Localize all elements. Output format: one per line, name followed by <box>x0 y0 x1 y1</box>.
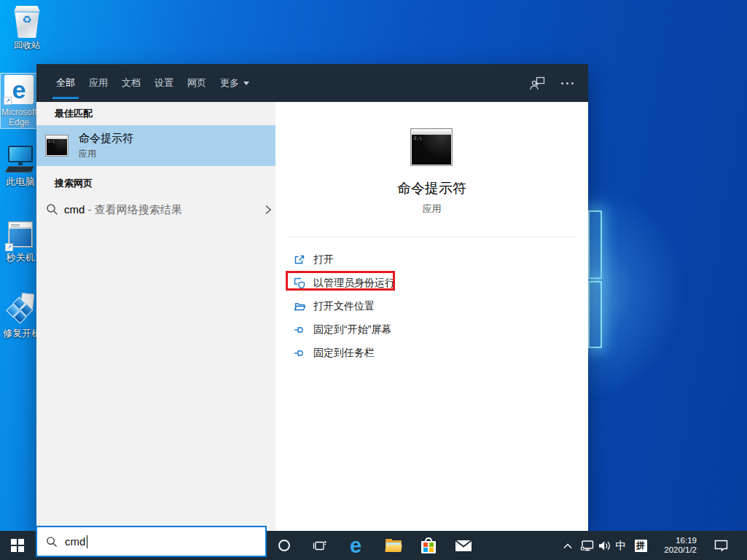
search-input-value: cmd <box>65 535 85 548</box>
desktop-icon-quick-shutdown[interactable]: ↗ 秒关机 <box>3 220 38 263</box>
highlight-red-box <box>286 271 395 291</box>
windows-logo-icon <box>11 539 24 552</box>
desktop-icon-label: 修复开机 <box>3 328 38 339</box>
tab-more[interactable]: 更多 <box>219 64 251 102</box>
this-pc-icon <box>5 146 36 175</box>
clock-date: 2020/1/2 <box>654 545 697 555</box>
action-pin-to-taskbar[interactable]: 固定到任务栏 <box>275 344 588 363</box>
web-search-text: cmd - 查看网络搜索结果 <box>64 203 182 217</box>
desktop: ♻ 回收站 e ↗ Microsoft Edge 此电脑 ↗ 秒关机 修复开 <box>0 0 747 560</box>
action-open-file-location[interactable]: 打开文件位置 <box>275 297 588 316</box>
search-detail-panel: C:\ 命令提示符 应用 打开 以管理员身份运行 <box>275 102 588 531</box>
divider <box>288 237 576 237</box>
desktop-icon-label: 秒关机 <box>3 253 38 263</box>
recycle-bin-icon: ♻ <box>13 4 41 38</box>
command-prompt-icon-large: C:\ <box>410 128 453 166</box>
command-prompt-icon: C:\ <box>45 135 69 157</box>
cortana-button[interactable] <box>268 531 300 560</box>
action-center-button[interactable] <box>711 531 730 560</box>
tray-volume[interactable] <box>596 531 614 560</box>
wallpaper-window-pane <box>588 281 602 348</box>
speaker-icon <box>598 540 611 551</box>
mail-icon <box>455 540 472 551</box>
search-icon <box>46 536 58 548</box>
search-icon <box>46 203 58 216</box>
clock-time: 16:19 <box>654 536 697 545</box>
search-results-panel: 最佳匹配 C:\ 命令提示符 应用 搜索网页 cmd - 查看网络搜索结果 <box>36 102 275 531</box>
start-button[interactable] <box>0 531 35 560</box>
launch-icon <box>294 254 305 266</box>
shortcut-arrow-icon: ↗ <box>4 97 12 105</box>
web-search-header: 搜索网页 <box>55 177 93 190</box>
best-match-header: 最佳匹配 <box>55 107 93 120</box>
tray-ime-mode[interactable]: 拼 <box>633 531 649 560</box>
store-icon <box>421 541 436 553</box>
tab-web[interactable]: 网页 <box>186 64 208 102</box>
desktop-icon-recycle-bin[interactable]: ♻ 回收站 <box>9 4 45 50</box>
tray-network[interactable] <box>578 531 595 560</box>
tray-show-hidden-icons[interactable] <box>559 531 576 560</box>
chevron-down-icon <box>243 82 249 85</box>
quick-shutdown-icon: ↗ <box>6 220 35 251</box>
edge-icon: e <box>350 535 361 556</box>
shortcut-arrow-icon: ↗ <box>5 243 13 251</box>
action-pin-to-start[interactable]: 固定到“开始”屏幕 <box>275 320 588 339</box>
task-view-button[interactable] <box>303 531 335 560</box>
file-explorer-button[interactable] <box>378 531 410 560</box>
taskbar-edge-button[interactable]: e <box>340 531 372 560</box>
tray-ime-language[interactable]: 中 <box>614 531 628 560</box>
mail-button[interactable] <box>447 531 480 560</box>
folder-icon <box>294 301 305 312</box>
detail-title: 命令提示符 <box>275 179 588 198</box>
task-view-icon <box>313 540 326 551</box>
tray-clock[interactable]: 16:19 2020/1/2 <box>654 531 697 560</box>
pin-icon <box>294 347 305 359</box>
pin-icon <box>294 324 305 336</box>
wallpaper-window-pane <box>588 210 602 279</box>
tab-settings[interactable]: 设置 <box>153 64 175 102</box>
action-open[interactable]: 打开 <box>275 251 588 269</box>
result-web-search-cmd[interactable]: cmd - 查看网络搜索结果 <box>36 195 275 224</box>
tab-apps[interactable]: 应用 <box>87 64 109 102</box>
fix-boot-icon <box>4 293 36 326</box>
detail-subtitle: 应用 <box>275 202 588 216</box>
user-feedback-icon[interactable] <box>530 76 545 90</box>
desktop-icon-label: 回收站 <box>9 40 45 50</box>
desktop-icon-this-pc[interactable]: 此电脑 <box>3 146 38 187</box>
text-caret <box>87 535 87 548</box>
desktop-icon-fix-boot[interactable]: 修复开机 <box>3 293 38 339</box>
chevron-up-icon <box>563 543 573 549</box>
more-options-icon[interactable] <box>561 82 574 84</box>
desktop-icon-microsoft-edge[interactable]: e ↗ Microsoft Edge <box>1 75 36 127</box>
cortana-icon <box>278 540 290 551</box>
search-flyout: 全部 应用 文档 设置 网页 更多 <box>36 64 588 531</box>
result-best-match-command-prompt[interactable]: C:\ 命令提示符 应用 <box>36 125 275 166</box>
desktop-icon-label: 此电脑 <box>3 177 38 187</box>
action-center-icon <box>714 540 728 551</box>
edge-icon: e ↗ <box>4 75 34 104</box>
taskbar-search-box[interactable]: cmd <box>36 526 267 557</box>
result-subtitle: 应用 <box>79 148 96 160</box>
network-icon <box>580 540 594 551</box>
file-explorer-icon <box>386 539 402 552</box>
microsoft-store-button[interactable] <box>412 531 445 560</box>
search-filter-bar: 全部 应用 文档 设置 网页 更多 <box>36 64 588 102</box>
chevron-right-icon[interactable] <box>264 204 273 216</box>
tab-all[interactable]: 全部 <box>55 64 77 102</box>
tab-documents[interactable]: 文档 <box>120 64 142 102</box>
result-title: 命令提示符 <box>79 132 133 146</box>
